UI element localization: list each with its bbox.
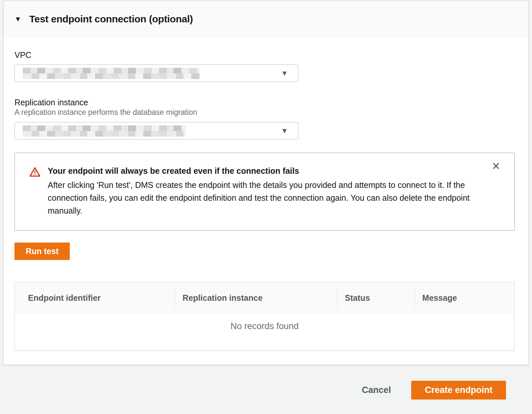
column-header-status: Status	[337, 293, 414, 303]
warning-alert-content: Your endpoint will always be created eve…	[48, 166, 475, 217]
warning-icon	[29, 167, 40, 217]
collapse-caret-icon[interactable]: ▼	[14, 15, 21, 22]
redacted-vpc-value	[23, 68, 200, 79]
vpc-label: VPC	[14, 50, 515, 60]
warning-alert-title: Your endpoint will always be created eve…	[48, 166, 475, 176]
table-empty-state: No records found	[15, 314, 514, 350]
redacted-replication-value	[23, 125, 186, 137]
replication-instance-description: A replication instance performs the data…	[14, 108, 515, 117]
create-endpoint-button[interactable]: Create endpoint	[411, 381, 506, 400]
replication-instance-select[interactable]: ▼	[14, 122, 298, 140]
warning-alert: Your endpoint will always be created eve…	[14, 153, 515, 231]
close-icon[interactable]: ✕	[492, 161, 500, 171]
replication-instance-label: Replication instance	[14, 98, 515, 107]
test-endpoint-connection-panel: ▼ Test endpoint connection (optional) VP…	[3, 1, 529, 365]
section-title: Test endpoint connection (optional)	[29, 13, 193, 25]
action-footer: Cancel Create endpoint	[0, 365, 532, 400]
table-header-row: Endpoint identifier Replication instance…	[15, 282, 514, 314]
test-results-table: Endpoint identifier Replication instance…	[14, 282, 515, 351]
column-header-message: Message	[414, 293, 514, 303]
run-test-button[interactable]: Run test	[14, 243, 70, 260]
chevron-down-icon: ▼	[281, 127, 288, 135]
vpc-select[interactable]: ▼	[14, 65, 298, 82]
section-body: VPC ▼ Replication instance A replication…	[4, 37, 528, 365]
chevron-down-icon: ▼	[281, 70, 288, 77]
column-header-replication-instance: Replication instance	[174, 293, 337, 303]
warning-alert-body: After clicking 'Run test', DMS creates t…	[48, 179, 475, 217]
section-header[interactable]: ▼ Test endpoint connection (optional)	[4, 1, 528, 37]
cancel-button[interactable]: Cancel	[362, 385, 391, 395]
column-header-endpoint-identifier: Endpoint identifier	[15, 293, 174, 303]
